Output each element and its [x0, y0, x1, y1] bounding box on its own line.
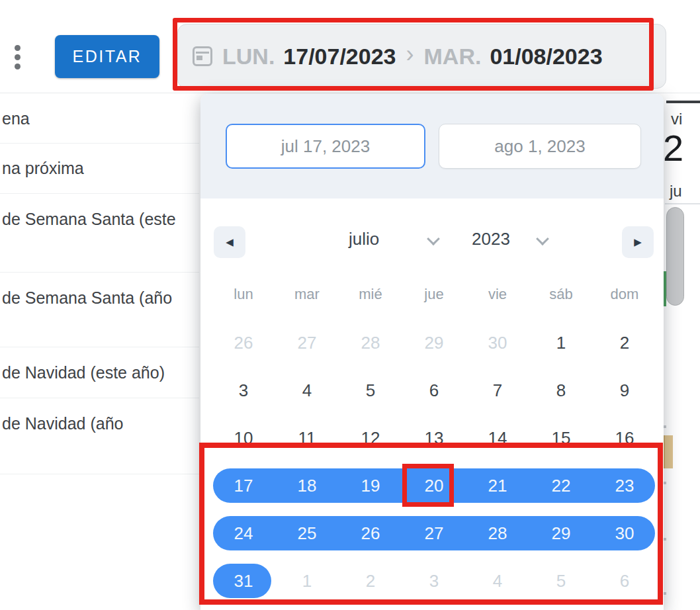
day-cell-8[interactable]: 8 — [529, 367, 593, 414]
day-cell-20[interactable]: 20 — [402, 462, 466, 509]
day-cell-26[interactable]: 26 — [212, 319, 275, 367]
day-cell-7[interactable]: 7 — [466, 367, 529, 414]
weekday-label: dom — [593, 286, 656, 303]
day-cell-29[interactable]: 29 — [402, 319, 466, 367]
editar-button[interactable]: EDITAR — [55, 35, 159, 78]
preset-menu-item[interactable]: de Navidad (año — [0, 398, 199, 474]
start-date-input[interactable]: jul 17, 2023 — [226, 124, 425, 169]
day-cell-14[interactable]: 14 — [466, 414, 529, 462]
day-cell-16[interactable]: 16 — [593, 414, 656, 462]
weekday-label: lun — [212, 286, 275, 303]
datepicker-popup: jul 17, 2023 ago 1, 2023 ◀ ▶ julio 2023 … — [200, 94, 664, 610]
next-month-button[interactable]: ▶ — [622, 226, 654, 258]
day-cell-4[interactable]: 4 — [466, 557, 529, 605]
day-cell-28[interactable]: 28 — [339, 319, 402, 367]
day-cell-1[interactable]: 1 — [529, 319, 593, 367]
day-cell-15[interactable]: 15 — [529, 414, 593, 462]
calendar-week-row: 17181920212223 — [212, 462, 656, 509]
background-day-number-partial: 2 — [663, 126, 683, 169]
tan-event-bar — [664, 435, 673, 468]
calendar-week-row: 10111213141516 — [212, 414, 656, 462]
day-cell-17[interactable]: 17 — [212, 462, 275, 509]
header-bar: EDITAR LUN. 17/07/2023 › MAR. 01/08/2023 — [0, 0, 700, 93]
day-cell-30[interactable]: 30 — [593, 509, 656, 557]
day-cell-5[interactable]: 5 — [529, 557, 593, 605]
kebab-menu-icon[interactable] — [13, 45, 21, 73]
weekday-header-row: lunmarmiéjueviesábdom — [212, 286, 656, 303]
date-range-button[interactable]: LUN. 17/07/2023 › MAR. 01/08/2023 — [177, 24, 666, 89]
day-cell-24[interactable]: 24 — [212, 509, 275, 557]
weekday-label: mar — [275, 286, 339, 303]
month-select[interactable]: julio — [349, 229, 379, 249]
day-cell-19[interactable]: 19 — [339, 462, 402, 509]
background-divider-line — [665, 203, 700, 204]
day-cell-3[interactable]: 3 — [212, 367, 275, 414]
day-cell-21[interactable]: 21 — [466, 462, 529, 509]
day-cell-25[interactable]: 25 — [275, 509, 339, 557]
background-page-strip: vi 2 ju — [662, 93, 700, 610]
day-cell-31[interactable]: 31 — [212, 557, 275, 605]
day-cell-5[interactable]: 5 — [339, 367, 402, 414]
preset-menu-item[interactable]: de Semana Santa (este — [0, 194, 199, 273]
day-cell-6[interactable]: 6 — [402, 367, 466, 414]
calendar-icon — [193, 46, 212, 66]
day-cell-27[interactable]: 27 — [275, 319, 339, 367]
day-cell-28[interactable]: 28 — [466, 509, 529, 557]
year-chevron-down-icon[interactable] — [536, 232, 549, 245]
end-date-input[interactable]: ago 1, 2023 — [439, 124, 641, 169]
background-month-partial: ju — [670, 182, 682, 200]
day-cell-23[interactable]: 23 — [593, 462, 656, 509]
prev-month-button[interactable]: ◀ — [214, 226, 245, 258]
range-start-weekday: LUN. — [222, 44, 275, 69]
calendar-week-row: 3456789 — [212, 367, 656, 414]
preset-menu: enana próximade Semana Santa (estede Sem… — [0, 94, 199, 610]
day-cell-12[interactable]: 12 — [339, 414, 402, 462]
preset-menu-item[interactable]: ena — [0, 94, 199, 144]
day-cell-10[interactable]: 10 — [212, 414, 275, 462]
scrollbar-thumb[interactable] — [666, 207, 684, 306]
day-cell-2[interactable]: 2 — [593, 319, 656, 367]
day-cell-27[interactable]: 27 — [402, 509, 466, 557]
day-cell-3[interactable]: 3 — [402, 557, 466, 605]
month-chevron-down-icon[interactable] — [427, 232, 440, 245]
day-cell-29[interactable]: 29 — [529, 509, 593, 557]
day-cell-30[interactable]: 30 — [466, 319, 529, 367]
calendar-week-row: 24252627282930 — [212, 509, 656, 557]
background-header-line — [666, 101, 700, 103]
weekday-label: mié — [339, 286, 402, 303]
preset-menu-item[interactable]: de Navidad (este año) — [0, 347, 199, 398]
calendar-grid: 2627282930123456789101112131415161718192… — [212, 319, 656, 605]
day-cell-13[interactable]: 13 — [402, 414, 466, 462]
range-end-weekday: MAR. — [424, 44, 482, 69]
day-cell-11[interactable]: 11 — [275, 414, 339, 462]
weekday-label: vie — [466, 286, 529, 303]
background-weekday-partial: vi — [671, 110, 682, 128]
day-cell-4[interactable]: 4 — [275, 367, 339, 414]
day-cell-18[interactable]: 18 — [275, 462, 339, 509]
range-end-date: 01/08/2023 — [490, 44, 602, 69]
day-cell-2[interactable]: 2 — [339, 557, 402, 605]
day-cell-22[interactable]: 22 — [529, 462, 593, 509]
day-cell-1[interactable]: 1 — [275, 557, 339, 605]
range-separator-chevron-icon: › — [406, 42, 414, 70]
calendar-week-row: 262728293012 — [212, 319, 656, 367]
calendar-week-row: 31123456 — [212, 557, 656, 605]
day-cell-9[interactable]: 9 — [593, 367, 656, 414]
preset-menu-item[interactable]: na próxima — [0, 144, 199, 194]
preset-menu-item[interactable]: de Semana Santa (año — [0, 273, 199, 347]
weekday-label: sáb — [529, 286, 593, 303]
day-cell-6[interactable]: 6 — [593, 557, 656, 605]
range-start-date: 17/07/2023 — [283, 44, 396, 69]
year-select[interactable]: 2023 — [472, 229, 510, 249]
day-cell-26[interactable]: 26 — [339, 509, 402, 557]
weekday-label: jue — [402, 286, 466, 303]
